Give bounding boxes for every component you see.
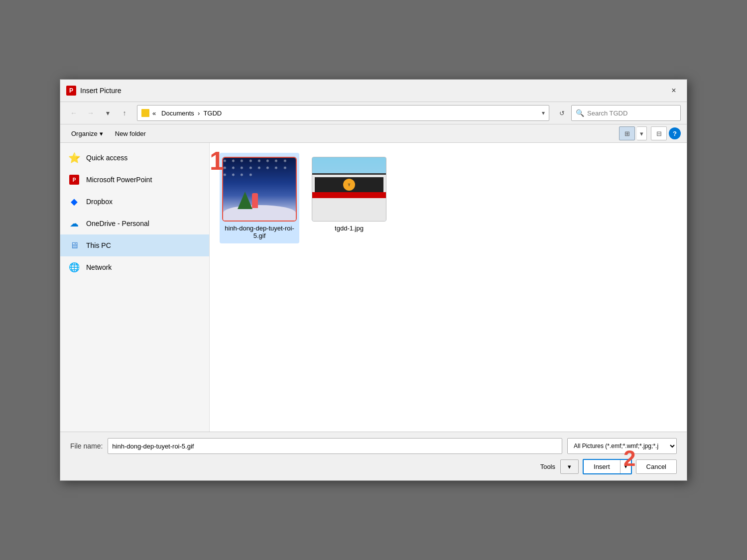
powerpoint-sidebar-icon: P bbox=[68, 174, 80, 186]
bottom-bar: File name: All Pictures (*.emf;*.wmf;*.j… bbox=[60, 432, 687, 480]
sidebar-item-this-pc[interactable]: 🖥 This PC bbox=[60, 234, 209, 256]
main-content: ⭐ Quick access P Microsoft PowerPoint ◆ … bbox=[60, 143, 687, 432]
breadcrumb-documents[interactable]: Documents bbox=[161, 110, 194, 117]
tgdd-logo: T bbox=[343, 179, 355, 191]
sidebar-item-onedrive[interactable]: ☁ OneDrive - Personal bbox=[60, 213, 209, 234]
view-icon-button[interactable]: ⊞ bbox=[619, 126, 635, 140]
breadcrumb-path: « Documents › TGDD bbox=[152, 110, 539, 117]
help-button[interactable]: ? bbox=[669, 127, 681, 139]
file-item-jpg[interactable]: T tgdd-1.jpg bbox=[309, 153, 389, 243]
view-dropdown-button[interactable]: ▾ bbox=[637, 126, 647, 140]
folder-icon bbox=[141, 109, 149, 117]
sidebar-label-powerpoint: Microsoft PowerPoint bbox=[86, 176, 152, 184]
history-dropdown-button[interactable]: ▾ bbox=[100, 106, 115, 120]
star-icon: ⭐ bbox=[68, 152, 80, 164]
file-name-label: File name: bbox=[70, 442, 103, 450]
actions-row: Tools ▾ 2 Insert ▾ Cancel bbox=[70, 459, 677, 474]
file-name-jpg: tgdd-1.jpg bbox=[335, 224, 364, 232]
dropbox-icon: ◆ bbox=[68, 196, 80, 208]
tools-dropdown-button[interactable]: ▾ bbox=[560, 459, 579, 474]
forward-button[interactable]: → bbox=[83, 106, 98, 120]
this-pc-icon: 🖥 bbox=[68, 239, 80, 251]
file-thumbnail-jpg: T bbox=[312, 157, 386, 222]
file-name-row: File name: All Pictures (*.emf;*.wmf;*.j… bbox=[70, 438, 677, 454]
toolbar: Organize ▾ New folder ⊞ ▾ ⊟ ? bbox=[60, 124, 687, 143]
file-thumbnail-gif bbox=[222, 157, 297, 222]
address-bar[interactable]: « Documents › TGDD ▾ bbox=[137, 105, 549, 121]
powerpoint-icon: P bbox=[66, 86, 76, 96]
network-icon: 🌐 bbox=[68, 261, 80, 273]
back-button[interactable]: ← bbox=[66, 106, 81, 120]
pane-button[interactable]: ⊟ bbox=[651, 126, 667, 140]
insert-button[interactable]: Insert bbox=[584, 460, 621, 473]
navigation-bar: ← → ▾ ↑ « Documents › TGDD ▾ ↺ 🔍 bbox=[60, 102, 687, 124]
refresh-button[interactable]: ↺ bbox=[554, 106, 569, 120]
dialog-title: Insert Picture bbox=[80, 87, 663, 95]
insert-picture-dialog: P Insert Picture × ← → ▾ ↑ « Documents ›… bbox=[60, 79, 687, 481]
file-name-field[interactable] bbox=[108, 438, 562, 454]
file-area: 1 hinh-dong-dep-tuyet-roi-5.gif bbox=[210, 143, 687, 432]
sidebar-label-network: Network bbox=[86, 263, 112, 271]
sidebar-label-this-pc: This PC bbox=[86, 241, 111, 249]
sidebar-label-quick-access: Quick access bbox=[86, 154, 127, 162]
file-name-gif: hinh-dong-dep-tuyet-roi-5.gif bbox=[224, 224, 295, 239]
address-dropdown-button[interactable]: ▾ bbox=[542, 110, 545, 116]
file-item-gif[interactable]: 1 hinh-dong-dep-tuyet-roi-5.gif bbox=[220, 153, 299, 243]
search-box[interactable]: 🔍 bbox=[571, 105, 681, 121]
breadcrumb-separator: « bbox=[152, 110, 156, 117]
search-input[interactable] bbox=[587, 110, 676, 117]
breadcrumb-folder[interactable]: TGDD bbox=[203, 110, 222, 117]
sidebar-item-dropbox[interactable]: ◆ Dropbox bbox=[60, 191, 209, 213]
up-button[interactable]: ↑ bbox=[117, 106, 132, 120]
sidebar-item-quick-access[interactable]: ⭐ Quick access bbox=[60, 147, 209, 169]
sidebar: ⭐ Quick access P Microsoft PowerPoint ◆ … bbox=[60, 143, 210, 432]
tools-label: Tools bbox=[540, 463, 555, 470]
file-type-select[interactable]: All Pictures (*.emf;*.wmf;*.jpg;*.j bbox=[567, 438, 677, 454]
sidebar-item-network[interactable]: 🌐 Network bbox=[60, 256, 209, 278]
step-marker-1: 1 bbox=[210, 148, 224, 174]
cancel-button[interactable]: Cancel bbox=[636, 459, 677, 474]
new-folder-button[interactable]: New folder bbox=[110, 128, 151, 139]
title-bar: P Insert Picture × bbox=[60, 80, 687, 102]
sidebar-item-powerpoint[interactable]: P Microsoft PowerPoint bbox=[60, 169, 209, 191]
step-marker-2: 2 bbox=[623, 446, 635, 471]
insert-button-container: 2 Insert ▾ bbox=[583, 459, 632, 474]
onedrive-icon: ☁ bbox=[68, 218, 80, 229]
search-icon: 🔍 bbox=[576, 109, 584, 117]
close-button[interactable]: × bbox=[667, 84, 681, 98]
organize-button[interactable]: Organize ▾ bbox=[66, 128, 108, 139]
sidebar-label-dropbox: Dropbox bbox=[86, 198, 113, 206]
sidebar-label-onedrive: OneDrive - Personal bbox=[86, 220, 149, 227]
